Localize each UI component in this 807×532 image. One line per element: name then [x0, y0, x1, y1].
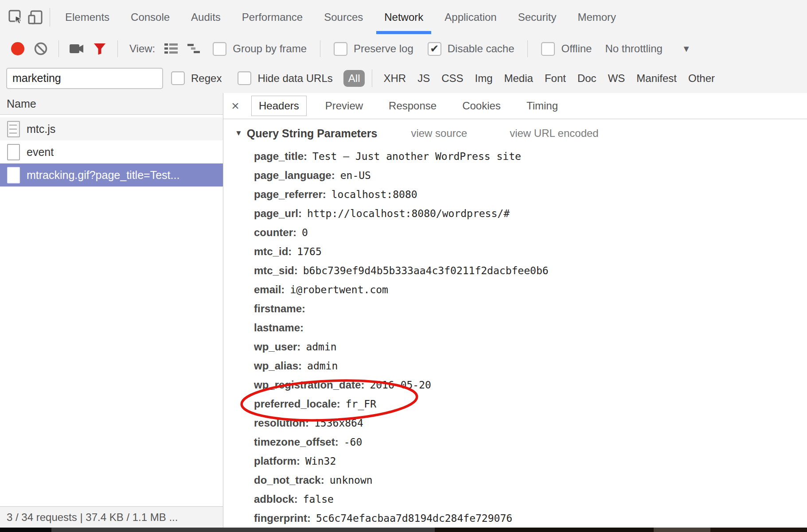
type-filter-doc[interactable]: Doc — [572, 72, 602, 85]
tab-cookies[interactable]: Cookies — [455, 96, 508, 116]
divider — [372, 70, 372, 87]
request-row-mtracking-gif[interactable]: mtracking.gif?page_title=Test... — [0, 163, 223, 186]
screenshot-camera-icon[interactable] — [65, 37, 88, 60]
close-icon[interactable]: × — [225, 96, 246, 116]
type-filter-all[interactable]: All — [343, 70, 365, 87]
type-filter-js[interactable]: JS — [412, 72, 436, 85]
preserve-log-toggle[interactable]: Preserve log — [334, 42, 413, 56]
type-filter-css[interactable]: CSS — [436, 72, 469, 85]
offline-toggle[interactable]: Offline — [541, 42, 592, 56]
tab-network[interactable]: Network — [374, 0, 434, 34]
type-filter-xhr[interactable]: XHR — [378, 72, 412, 85]
view-url-encoded-link[interactable]: view URL encoded — [510, 127, 599, 140]
collapse-triangle-icon[interactable]: ▼ — [235, 129, 242, 138]
param-row: resolution:1536x864 — [254, 413, 807, 432]
regex-checkbox — [171, 71, 185, 85]
type-filter-img[interactable]: Img — [469, 72, 499, 85]
detail-tab-bar: × Headers Preview Response Cookies Timin… — [223, 93, 807, 119]
devtools-window: Elements Console Audits Performance Sour… — [0, 0, 807, 532]
throttling-dropdown[interactable]: No throttling ▼ — [605, 43, 690, 55]
filter-bar: Regex Hide data URLs All XHR JS CSS Img … — [0, 63, 807, 93]
regex-label: Regex — [191, 72, 222, 85]
request-name: mtc.js — [27, 123, 55, 136]
param-row: wp_registration_date:2016-05-20 — [254, 375, 807, 394]
param-row: mtc_sid:b6bc739ef9d4b5b333aa4c3f0211f2da… — [254, 261, 807, 280]
chevron-down-icon: ▼ — [682, 44, 691, 54]
tab-audits[interactable]: Audits — [180, 0, 231, 34]
strip-segment — [654, 528, 710, 532]
group-by-frame-checkbox — [213, 42, 226, 56]
type-filter-ws[interactable]: WS — [602, 72, 631, 85]
disable-cache-label: Disable cache — [448, 43, 515, 55]
hide-data-urls-label: Hide data URLs — [257, 72, 332, 85]
query-string-params: page_title:Test – Just another WordPress… — [223, 147, 807, 528]
param-row: fingerprint:5c6c74efacbaa7d8194dc284fe72… — [254, 509, 807, 528]
tab-sources[interactable]: Sources — [313, 0, 374, 34]
filter-funnel-icon[interactable] — [88, 37, 111, 60]
headers-content: ▼ Query String Parameters view source vi… — [223, 119, 807, 528]
type-filter-font[interactable]: Font — [539, 72, 572, 85]
view-source-link[interactable]: view source — [411, 127, 467, 140]
device-toolbar-icon[interactable] — [26, 8, 45, 27]
overview-waterfall-icon[interactable] — [183, 37, 206, 60]
divider — [50, 8, 50, 27]
param-row: lastname: — [254, 318, 807, 337]
param-row: adblock:false — [254, 489, 807, 509]
disable-cache-toggle[interactable]: Disable cache — [428, 42, 515, 56]
tab-security[interactable]: Security — [507, 0, 567, 34]
clear-button[interactable] — [29, 37, 52, 60]
tab-application[interactable]: Application — [434, 0, 507, 34]
preserve-log-label: Preserve log — [354, 43, 413, 55]
param-row: mtc_id:1765 — [254, 242, 807, 261]
type-filter-other[interactable]: Other — [682, 72, 721, 85]
divider — [117, 40, 118, 57]
filter-input[interactable] — [6, 68, 163, 89]
param-row: email:i@robertwent.com — [254, 280, 807, 299]
request-count-summary: 3 / 34 requests | 37.4 KB / 1.1 MB ... — [7, 511, 178, 524]
file-icon — [7, 167, 20, 183]
type-filter-media[interactable]: Media — [499, 72, 539, 85]
param-row: preferred_locale:fr_FR — [254, 394, 807, 413]
request-name: event — [27, 146, 54, 159]
tab-elements[interactable]: Elements — [55, 0, 120, 34]
tab-preview[interactable]: Preview — [318, 96, 370, 116]
disable-cache-checkbox — [428, 42, 441, 56]
throttling-value: No throttling — [605, 43, 662, 55]
status-bar: 3 / 34 requests | 37.4 KB / 1.1 MB ... — [0, 506, 223, 528]
tab-memory[interactable]: Memory — [567, 0, 627, 34]
tab-console[interactable]: Console — [120, 0, 180, 34]
request-details-panel: × Headers Preview Response Cookies Timin… — [223, 93, 807, 528]
tab-headers[interactable]: Headers — [251, 96, 307, 116]
hide-data-urls-toggle[interactable]: Hide data URLs — [238, 71, 332, 85]
param-row: page_language:en-US — [254, 166, 807, 185]
query-string-section-header: ▼ Query String Parameters view source vi… — [223, 125, 807, 141]
param-row: page_url:http://localhost:8080/wordpress… — [254, 204, 807, 223]
tab-performance[interactable]: Performance — [231, 0, 313, 34]
group-by-frame-toggle[interactable]: Group by frame — [213, 42, 307, 56]
script-file-icon — [7, 121, 20, 137]
tab-response[interactable]: Response — [382, 96, 444, 116]
param-row: page_title:Test – Just another WordPress… — [254, 147, 807, 166]
network-toolbar: View: Group by frame Preserve log — [0, 34, 807, 64]
name-column-header[interactable]: Name — [0, 93, 223, 115]
record-button[interactable] — [6, 37, 29, 60]
main-tab-bar: Elements Console Audits Performance Sour… — [0, 0, 807, 35]
divider — [527, 40, 528, 57]
preserve-log-checkbox — [334, 42, 347, 56]
offline-label: Offline — [561, 43, 592, 55]
regex-toggle[interactable]: Regex — [171, 71, 222, 85]
panels: Name mtc.js event mtracking.gif?page_tit… — [0, 93, 807, 528]
request-name: mtracking.gif?page_title=Test... — [27, 169, 179, 182]
type-filter-manifest[interactable]: Manifest — [631, 72, 682, 85]
inspect-element-icon[interactable] — [6, 8, 26, 27]
divider — [58, 40, 59, 57]
param-row: platform:Win32 — [254, 451, 807, 470]
group-by-frame-label: Group by frame — [233, 43, 307, 55]
bottom-window-strip — [0, 528, 807, 532]
request-row-mtc-js[interactable]: mtc.js — [0, 117, 223, 140]
tab-timing[interactable]: Timing — [519, 96, 565, 116]
strip-segment — [0, 528, 51, 532]
param-row: firstname: — [254, 299, 807, 318]
request-row-event[interactable]: event — [0, 140, 223, 163]
large-rows-icon[interactable] — [160, 37, 183, 60]
